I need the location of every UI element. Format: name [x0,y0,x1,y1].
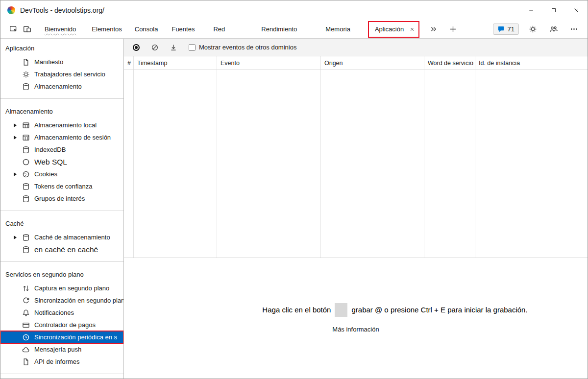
sidebar-item-captura-en-segundo-plano[interactable]: Captura en segundo plano [0,282,123,294]
sidebar-item-label: Notificaciones [34,309,74,316]
sidebar-item-sincronizacion-periodica[interactable]: Sincronización periódica en s [0,331,123,343]
people-icon[interactable] [546,23,560,36]
column-header-word-de-servicio: Word de servicio [424,56,475,70]
close-icon[interactable] [565,0,588,20]
sidebar-item-label: Tokens de confianza [34,183,93,190]
close-tab-icon[interactable] [410,27,415,32]
tab-rendimiento[interactable]: Rendimiento [256,20,302,38]
tab-aplicacion[interactable]: Aplicación [369,22,418,37]
tab-bienvenido[interactable]: Bienvenido [40,20,81,38]
document-icon [22,58,30,66]
events-table-body [124,70,588,258]
sidebar-item-label: en caché en caché [34,245,98,254]
events-table-header: # Timestamp Evento Origen Word de servic… [124,56,588,70]
tab-consola[interactable]: Consola [130,20,163,38]
database-icon [22,246,30,254]
section-title: Servicios en segundo plano [0,269,123,282]
expand-arrow-icon[interactable] [12,123,22,127]
sidebar-item-trabajadores-del-servicio[interactable]: Trabajadores del servicio [0,68,123,80]
payment-card-icon [22,321,30,329]
tab-label: Rendimiento [261,25,297,33]
table-column [124,70,134,258]
feedback-count: 71 [508,25,514,33]
tab-fuentes[interactable]: Fuentes [167,20,199,38]
sidebar-item-label: Sincronización en segundo plano [34,297,123,304]
tab-label: Consola [135,25,158,33]
expand-arrow-icon[interactable] [12,136,22,140]
sidebar-item-en-cache[interactable]: en caché en caché [0,243,123,256]
feedback-bubble-icon [497,25,505,33]
plus-icon[interactable] [446,23,460,36]
sidebar-item-label: Almacenamiento de sesión [34,134,111,141]
double-chevron-icon[interactable] [426,23,440,36]
sidebar-item-manifiesto[interactable]: Manifiesto [0,56,123,68]
circle-icon [22,158,30,166]
tab-memoria[interactable]: Memoria [320,20,355,38]
sidebar-section-servicios-segundo-plano: Servicios en segundo plano Captura en se… [0,262,123,374]
column-header-number: # [124,56,134,70]
devtools-tab-bar: Bienvenido Elementos Consola Fuentes Red… [0,20,588,39]
sidebar-item-notificaciones[interactable]: Notificaciones [0,307,123,319]
sidebar-item-label: Web SQL [34,158,67,166]
download-button[interactable] [166,41,181,54]
tab-label: Elementos [92,25,122,33]
sidebar-item-sincronizacion-en-segundo-plano[interactable]: Sincronización en segundo plano [0,294,123,307]
sidebar-item-almacenamiento-de-sesion[interactable]: Almacenamiento de sesión [0,131,123,143]
sidebar-item-label: IndexedDB [34,146,66,153]
sidebar-item-label: Grupos de interés [34,195,85,202]
sidebar-item-label: Almacenamiento local [34,121,97,129]
sidebar-item-almacenamiento-local[interactable]: Almacenamiento local [0,119,123,131]
learn-more-link[interactable]: Más información [332,326,379,333]
window-controls [520,0,588,20]
bell-icon [22,309,30,317]
checkbox-input[interactable] [189,44,196,51]
sidebar-item-indexeddb[interactable]: IndexedDB [0,143,123,156]
more-menu-icon[interactable] [567,23,581,36]
sidebar-item-controlador-de-pagos[interactable]: Controlador de pagos [0,319,123,331]
tab-label: Aplicación [375,25,404,33]
table-icon [22,134,30,142]
database-icon [22,83,30,91]
sidebar-item-label: Trabajadores del servicio [34,71,105,78]
inspect-icon[interactable] [6,23,20,36]
sidebar-item-label: Manifiesto [34,58,63,66]
column-header-evento: Evento [217,56,321,70]
expand-arrow-icon[interactable] [12,172,22,176]
sidebar-item-label: Mensajería push [34,346,81,353]
section-title: Almacenamiento [0,106,123,119]
sidebar-item-label: Controlador de pagos [34,321,96,329]
minimize-icon[interactable] [520,0,542,20]
table-column [424,70,475,258]
settings-gear-icon[interactable] [526,23,539,36]
app-icon [7,6,15,14]
device-toolbar-icon[interactable] [20,23,34,36]
section-title: Caché [0,218,123,231]
sidebar-item-cache-de-almacenamiento[interactable]: Caché de almacenamiento [0,231,123,243]
show-other-domains-checkbox[interactable]: Mostrar eventos de otros dominios [189,44,296,51]
maximize-icon[interactable] [542,0,565,20]
sidebar-item-grupos-de-interes[interactable]: Grupos de interés [0,192,123,205]
tab-label: Bienvenido [45,25,76,33]
table-column [321,70,424,258]
tab-label: Memoria [325,25,350,33]
tab-elementos[interactable]: Elementos [87,20,126,38]
feedback-button[interactable]: 71 [493,24,519,35]
sidebar-item-tokens-de-confianza[interactable]: Tokens de confianza [0,180,123,192]
sidebar-item-mensajeria-push[interactable]: Mensajería push [0,343,123,355]
sidebar-section-cache: Caché Caché de almacenamiento en caché e… [0,211,123,262]
annotation-box-aplicacion-tab: Aplicación [368,21,419,38]
cookie-icon [22,170,30,178]
window-title: DevTools - devtoolstips.org/ [20,6,104,14]
events-toolbar: Mostrar eventos de otros dominios [124,39,588,56]
expand-arrow-icon[interactable] [12,236,22,239]
sidebar-item-label: Captura en segundo plano [34,284,109,292]
clear-button[interactable] [147,41,162,54]
record-button[interactable] [129,41,144,54]
sidebar-item-api-de-informes[interactable]: API de informes [0,355,123,368]
sidebar-item-label: Sincronización periódica en s [34,333,117,341]
sidebar-item-web-sql[interactable]: Web SQL [0,156,123,168]
sidebar-item-almacenamiento[interactable]: Almacenamiento [0,80,123,93]
tab-red[interactable]: Red [208,20,230,38]
sidebar-item-cookies[interactable]: Cookies [0,168,123,180]
clock-icon [22,333,30,341]
